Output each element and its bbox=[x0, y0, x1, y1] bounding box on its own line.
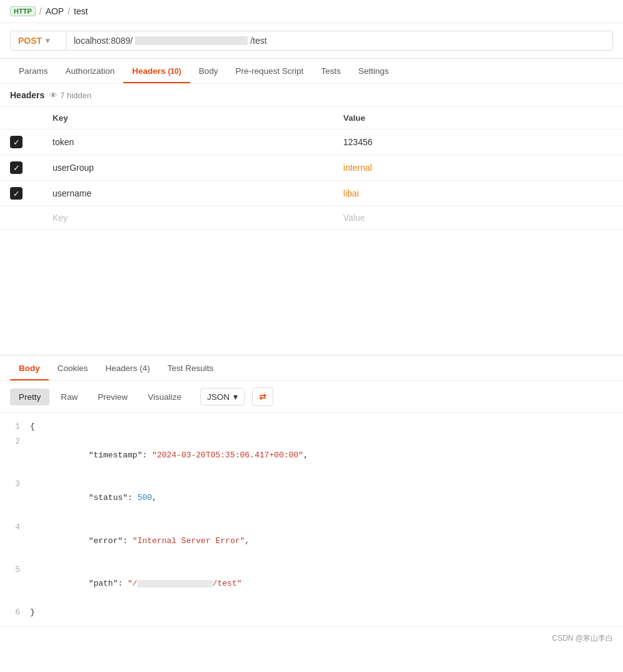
value-usergroup[interactable]: internal bbox=[333, 155, 623, 181]
line-content-1: { bbox=[30, 420, 623, 434]
response-tabs: Body Cookies Headers (4) Test Results bbox=[0, 356, 623, 381]
line-num-6: 6 bbox=[0, 606, 30, 619]
code-output: 1 { 2 "timestamp": "2024-03-20T05:35:06.… bbox=[0, 413, 623, 626]
value-username[interactable]: libai bbox=[333, 181, 623, 206]
checkbox-username[interactable]: ✓ bbox=[10, 187, 23, 200]
request-tabs: Params Authorization Headers (10) Body P… bbox=[0, 59, 623, 84]
method-select[interactable]: POST ▾ bbox=[10, 31, 66, 51]
view-btn-pretty[interactable]: Pretty bbox=[10, 389, 49, 405]
line-num-3: 3 bbox=[0, 477, 30, 491]
table-row-placeholder: Key Value bbox=[0, 206, 623, 230]
line-num-2: 2 bbox=[0, 435, 30, 449]
footer: CSDN @寒山李白 bbox=[0, 626, 623, 650]
key-usergroup[interactable]: userGroup bbox=[43, 155, 333, 181]
response-tab-cookies[interactable]: Cookies bbox=[49, 356, 97, 380]
tab-body[interactable]: Body bbox=[190, 59, 227, 83]
code-line-1: 1 { bbox=[0, 419, 623, 434]
checkbox-token[interactable]: ✓ bbox=[10, 136, 23, 148]
line-content-3: "status": 500, bbox=[30, 477, 623, 519]
response-section: Body Cookies Headers (4) Test Results Pr… bbox=[0, 355, 623, 626]
url-blurred-part bbox=[135, 36, 248, 45]
view-btn-raw[interactable]: Raw bbox=[52, 389, 86, 405]
col-key-header: Key bbox=[43, 107, 333, 130]
view-btn-visualize[interactable]: Visualize bbox=[139, 389, 190, 405]
code-line-5: 5 "path": "//test" bbox=[0, 563, 623, 605]
table-row: ✓ token 123456 bbox=[0, 130, 623, 155]
tab-authorization[interactable]: Authorization bbox=[57, 59, 124, 83]
url-suffix: /test bbox=[250, 36, 266, 46]
tab-params[interactable]: Params bbox=[10, 59, 57, 83]
line-content-4: "error": "Internal Server Error", bbox=[30, 521, 623, 562]
headers-count-badge: (10) bbox=[168, 67, 181, 76]
code-line-2: 2 "timestamp": "2024-03-20T05:35:06.417+… bbox=[0, 434, 623, 477]
tab-tests[interactable]: Tests bbox=[312, 59, 350, 83]
view-btn-preview[interactable]: Preview bbox=[89, 389, 136, 405]
url-prefix: localhost:8089/ bbox=[74, 36, 133, 46]
response-tab-body[interactable]: Body bbox=[10, 356, 49, 380]
chevron-down-icon: ▾ bbox=[46, 36, 49, 45]
line-content-6: } bbox=[30, 606, 623, 619]
view-options: Pretty Raw Preview Visualize JSON ▾ ⇄ bbox=[0, 381, 623, 413]
spacer bbox=[0, 230, 623, 342]
table-row: ✓ username libai bbox=[0, 181, 623, 206]
line-num-5: 5 bbox=[0, 563, 30, 577]
tab-prerequest[interactable]: Pre-request Script bbox=[227, 59, 313, 83]
line-content-2: "timestamp": "2024-03-20T05:35:06.417+00… bbox=[30, 435, 623, 476]
headers-table: Key Value ✓ token 123456 ✓ userGroup int… bbox=[0, 107, 623, 230]
footer-text: CSDN @寒山李白 bbox=[552, 634, 613, 643]
tab-headers[interactable]: Headers (10) bbox=[123, 59, 190, 83]
response-tab-test-results[interactable]: Test Results bbox=[159, 356, 223, 380]
table-row: ✓ userGroup internal bbox=[0, 155, 623, 181]
eye-icon: 👁 bbox=[49, 91, 58, 100]
hidden-count: 7 hidden bbox=[60, 91, 91, 100]
chevron-down-icon: ▾ bbox=[233, 392, 238, 402]
code-line-3: 3 "status": 500, bbox=[0, 477, 623, 519]
method-label: POST bbox=[18, 36, 42, 46]
format-label: JSON bbox=[207, 392, 230, 402]
checkbox-usergroup[interactable]: ✓ bbox=[10, 161, 23, 174]
breadcrumb: HTTP / AOP / test bbox=[0, 0, 623, 23]
url-input[interactable]: localhost:8089/ /test bbox=[66, 31, 613, 51]
breadcrumb-request-name[interactable]: test bbox=[74, 6, 88, 16]
value-token[interactable]: 123456 bbox=[333, 130, 623, 155]
col-value-header: Value bbox=[333, 107, 623, 130]
code-line-4: 4 "error": "Internal Server Error", bbox=[0, 520, 623, 563]
placeholder-value: Value bbox=[333, 206, 623, 230]
breadcrumb-sep1: / bbox=[39, 6, 42, 16]
tab-settings[interactable]: Settings bbox=[350, 59, 398, 83]
breadcrumb-collection[interactable]: AOP bbox=[46, 6, 64, 16]
breadcrumb-sep2: / bbox=[68, 6, 70, 16]
response-tab-headers[interactable]: Headers (4) bbox=[97, 356, 159, 380]
headers-label: Headers bbox=[10, 90, 44, 100]
format-select[interactable]: JSON ▾ bbox=[200, 388, 245, 405]
url-bar: POST ▾ localhost:8089/ /test bbox=[0, 23, 623, 59]
line-num-4: 4 bbox=[0, 521, 30, 534]
key-token[interactable]: token bbox=[43, 130, 333, 155]
placeholder-key[interactable]: Key bbox=[43, 206, 333, 230]
headers-section-label: Headers 👁 7 hidden bbox=[0, 84, 623, 107]
code-line-6: 6 } bbox=[0, 605, 623, 620]
line-content-5: "path": "//test" bbox=[30, 563, 623, 604]
line-num-1: 1 bbox=[0, 420, 30, 434]
hidden-badge[interactable]: 👁 7 hidden bbox=[49, 91, 91, 100]
key-username[interactable]: username bbox=[43, 181, 333, 206]
http-badge: HTTP bbox=[10, 6, 36, 16]
wrap-button[interactable]: ⇄ bbox=[252, 387, 273, 406]
